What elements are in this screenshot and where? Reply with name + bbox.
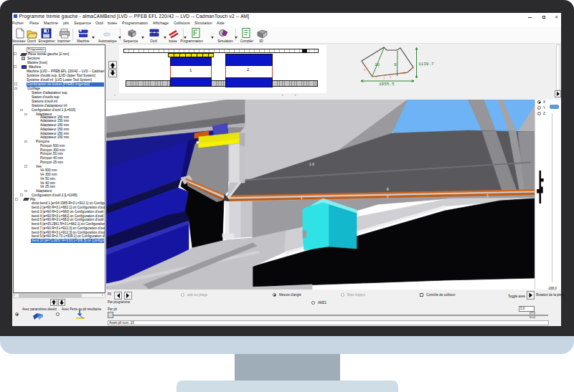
- svg-text:8: 8: [387, 188, 389, 191]
- svg-text:1: 1: [301, 196, 303, 200]
- svg-text:7: 7: [383, 77, 385, 80]
- svg-text:1 0: 1 0: [309, 162, 314, 166]
- svg-text:2: 2: [364, 68, 366, 72]
- svg-text:1139.7: 1139.7: [418, 62, 434, 67]
- svg-text:1: 1: [375, 75, 377, 79]
- svg-text:7: 7: [387, 196, 389, 199]
- svg-text:9: 9: [394, 62, 397, 67]
- svg-text:1: 1: [390, 75, 392, 79]
- svg-text:1955.5: 1955.5: [379, 82, 395, 87]
- svg-text:3: 3: [486, 194, 489, 198]
- svg-text:10: 10: [375, 62, 380, 67]
